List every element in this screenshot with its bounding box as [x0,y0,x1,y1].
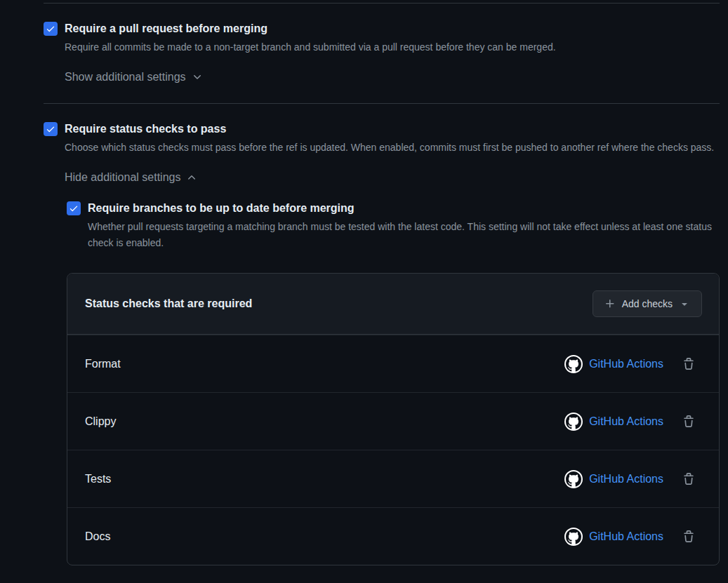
github-logo-icon [566,529,581,544]
github-actions-link[interactable]: GitHub Actions [589,473,663,485]
status-checks-panel-header: Status checks that are required Add chec… [67,274,719,335]
toggle-label: Show additional settings [65,71,186,83]
status-checks-panel-title: Status checks that are required [85,297,252,310]
github-actions-link[interactable]: GitHub Actions [589,358,663,370]
show-additional-settings-toggle[interactable]: Show additional settings [65,71,203,83]
status-check-row: Docs GitHub Actions [67,507,719,565]
require-pull-request-checkbox[interactable] [44,22,58,36]
status-check-row: Clippy GitHub Actions [67,392,719,450]
status-check-name: Clippy [85,415,116,428]
status-check-row: Format GitHub Actions [67,335,719,392]
sub-setting-description: Whether pull requests targeting a matchi… [88,219,720,251]
trash-icon [682,530,695,543]
status-check-name: Docs [85,530,110,543]
require-status-checks-checkbox[interactable] [44,122,58,136]
chevron-down-icon [192,72,203,83]
status-check-name: Tests [85,473,111,485]
delete-check-button[interactable] [682,358,695,370]
github-logo-icon [566,356,581,372]
rule-title: Require a pull request before merging [65,21,720,36]
delete-check-button[interactable] [682,473,695,485]
rule-title: Require status checks to pass [65,121,720,137]
check-icon [46,24,55,34]
github-actions-avatar [564,413,583,431]
status-check-row: Tests GitHub Actions [67,450,719,507]
trash-icon [682,415,695,428]
delete-check-button[interactable] [682,530,695,543]
github-logo-icon [566,471,581,487]
trash-icon [682,358,695,370]
sub-setting-title: Require branches to be up to date before… [88,201,720,216]
rule-section-status-checks: Require status checks to pass Choose whi… [44,104,720,583]
github-actions-avatar [564,528,583,546]
github-actions-link[interactable]: GitHub Actions [589,415,663,428]
status-checks-panel: Status checks that are required Add chec… [67,273,720,565]
chevron-up-icon [186,172,197,183]
check-icon [46,124,55,134]
rule-description: Require all commits be made to a non-tar… [65,39,720,55]
additional-settings-area: Require branches to be up to date before… [67,201,720,251]
add-checks-button[interactable]: Add checks [593,290,702,317]
rules-settings-content: Require a pull request before merging Re… [0,3,728,583]
trash-icon [682,473,695,485]
plus-icon [604,298,616,309]
delete-check-button[interactable] [682,415,695,428]
github-actions-avatar [564,470,583,488]
github-actions-link[interactable]: GitHub Actions [589,530,663,543]
rule-section-pull-request: Require a pull request before merging Re… [44,4,720,103]
require-up-to-date-branches-checkbox[interactable] [67,201,81,215]
add-checks-label: Add checks [622,299,673,309]
triangle-down-icon [679,298,690,309]
check-icon [69,203,79,213]
status-check-name: Format [85,358,121,370]
github-actions-avatar [564,355,583,373]
toggle-label: Hide additional settings [65,171,180,184]
github-logo-icon [566,414,581,429]
rule-description: Choose which status checks must pass bef… [65,140,720,156]
hide-additional-settings-toggle[interactable]: Hide additional settings [65,171,197,184]
